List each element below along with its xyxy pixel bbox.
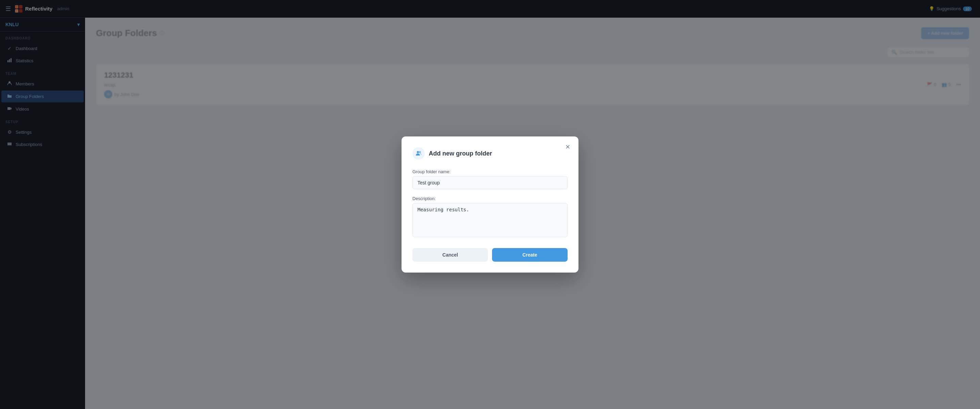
cancel-button[interactable]: Cancel — [412, 248, 488, 262]
modal-actions: Cancel Create — [412, 248, 568, 262]
modal-close-button[interactable]: ✕ — [563, 142, 573, 152]
add-folder-modal: ✕ Add new group folder Group folder name… — [401, 137, 579, 272]
svg-point-7 — [417, 151, 419, 153]
create-button[interactable]: Create — [492, 248, 568, 262]
description-label: Description: — [412, 196, 568, 201]
description-textarea[interactable] — [412, 203, 568, 237]
modal-overlay: ✕ Add new group folder Group folder name… — [0, 0, 980, 409]
modal-header: Add new group folder — [412, 147, 568, 159]
description-group: Description: — [412, 196, 568, 239]
folder-name-group: Group folder name: — [412, 169, 568, 189]
modal-icon — [412, 147, 425, 159]
svg-point-8 — [419, 151, 421, 153]
folder-name-input[interactable] — [412, 176, 568, 189]
modal-title: Add new group folder — [429, 150, 492, 157]
folder-name-label: Group folder name: — [412, 169, 568, 174]
